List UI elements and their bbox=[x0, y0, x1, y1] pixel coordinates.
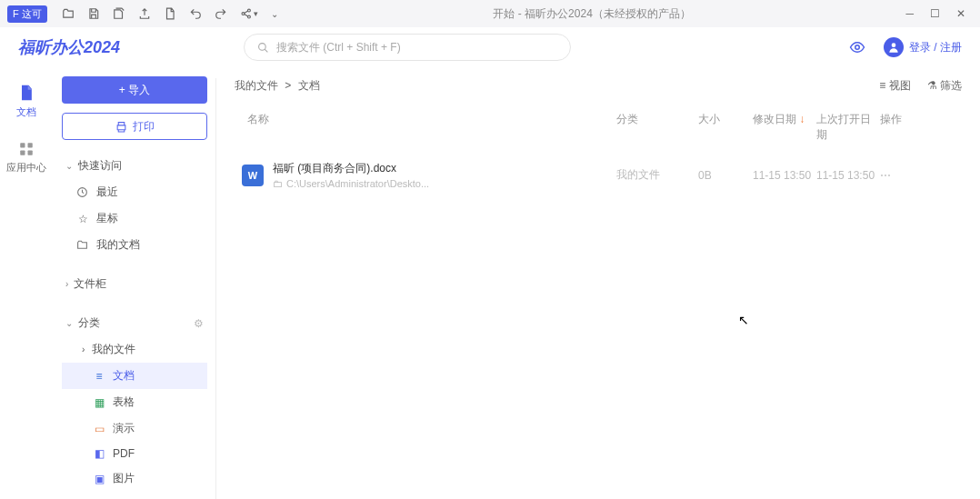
sidebar-mydocs-label: 我的文档 bbox=[96, 237, 140, 253]
avatar-icon[interactable] bbox=[884, 37, 904, 57]
left-nav: 文档 应用中心 bbox=[0, 67, 53, 499]
filter-button[interactable]: ⚗ 筛选 bbox=[927, 78, 962, 94]
chevron-down-icon: ⌄ bbox=[65, 318, 73, 328]
section-quick-label: 快速访问 bbox=[78, 158, 122, 174]
nav-documents-label: 文档 bbox=[16, 105, 36, 119]
sidebar-recent[interactable]: 最近 bbox=[62, 179, 207, 205]
content-area: 我的文件 > 文档 ≡ 视图 ⚗ 筛选 名称 分类 大小 修改日期 ↓ 上次打开… bbox=[216, 67, 980, 499]
sidebar-docx[interactable]: ≡ 文档 bbox=[62, 363, 207, 389]
sidebar-table[interactable]: ▦ 表格 bbox=[62, 389, 207, 415]
section-folder[interactable]: › 文件柜 bbox=[62, 271, 207, 297]
file-row[interactable]: W 福昕 (项目商务合同).docx 🗀 C:\Users\Administra… bbox=[235, 152, 962, 198]
print-label: 打印 bbox=[133, 119, 155, 135]
sidebar-image[interactable]: ▣ 图片 bbox=[62, 465, 207, 492]
nav-apps[interactable]: 应用中心 bbox=[6, 141, 46, 175]
file-opened: 11-15 13:50 bbox=[816, 169, 880, 182]
redo-icon[interactable] bbox=[215, 7, 227, 20]
file-more-button[interactable]: ⋯ bbox=[880, 169, 916, 182]
file-type: 我的文件 bbox=[616, 167, 698, 183]
file-name: 福昕 (项目商务合同).docx bbox=[273, 161, 429, 176]
search-input[interactable]: 搜索文件 (Ctrl + Shift + F) bbox=[244, 34, 571, 61]
sidebar-myfiles-label: 我的文件 bbox=[92, 342, 135, 357]
breadcrumb-root[interactable]: 我的文件 bbox=[235, 79, 278, 92]
svg-point-4 bbox=[855, 45, 860, 50]
section-folder-label: 文件柜 bbox=[74, 276, 106, 292]
close-button[interactable]: ✕ bbox=[956, 7, 965, 20]
breadcrumb-leaf: 文档 bbox=[298, 79, 320, 92]
svg-point-3 bbox=[259, 43, 266, 50]
file-path: 🗀 C:\Users\Administrator\Deskto... bbox=[273, 178, 429, 189]
sidebar-star[interactable]: ☆ 星标 bbox=[62, 205, 207, 232]
view-toggle[interactable]: ≡ 视图 bbox=[879, 78, 910, 94]
excel-icon: ▦ bbox=[93, 396, 105, 409]
col-modified[interactable]: 修改日期 ↓ bbox=[753, 112, 816, 143]
gear-icon[interactable]: ⚙ bbox=[194, 317, 204, 330]
ppt-icon: ▭ bbox=[93, 423, 105, 435]
sidebar-docx-label: 文档 bbox=[113, 368, 135, 384]
sidebar-star-label: 星标 bbox=[96, 211, 118, 226]
preview-icon[interactable] bbox=[849, 39, 865, 55]
section-quick[interactable]: ⌄ 快速访问 bbox=[62, 153, 207, 179]
apps-icon bbox=[18, 141, 35, 157]
mouse-cursor: ↖ bbox=[738, 313, 749, 327]
chevron-right-icon: › bbox=[65, 279, 68, 289]
sidebar-ppt-label: 演示 bbox=[113, 421, 135, 436]
pdf-icon: ◧ bbox=[93, 447, 105, 460]
print-button[interactable]: 打印 bbox=[62, 113, 207, 140]
col-type[interactable]: 分类 bbox=[616, 112, 698, 143]
content-header: 我的文件 > 文档 ≡ 视图 ⚗ 筛选 bbox=[235, 78, 962, 94]
svg-rect-6 bbox=[20, 143, 25, 147]
chevron-right-icon: › bbox=[82, 344, 85, 354]
export-icon[interactable] bbox=[138, 7, 151, 20]
section-category[interactable]: ⌄ 分类 ⚙ bbox=[62, 310, 207, 336]
topbar: 福昕办公2024 搜索文件 (Ctrl + Shift + F) 登录 / 注册 bbox=[0, 27, 980, 67]
sidebar-pdf-label: PDF bbox=[113, 447, 135, 460]
app-logo: 福昕办公2024 bbox=[18, 36, 236, 58]
search-icon bbox=[257, 42, 269, 54]
titlebar-toolbar: ▾ ⌄ bbox=[62, 7, 278, 20]
word-file-icon: W bbox=[242, 165, 264, 186]
app-badge[interactable]: F 这可 bbox=[7, 5, 47, 23]
svg-rect-9 bbox=[28, 151, 33, 155]
sidebar-pdf[interactable]: ◧ PDF bbox=[62, 442, 207, 465]
window-controls: ─ ☐ ✕ bbox=[905, 7, 965, 20]
share-icon[interactable]: ▾ bbox=[240, 7, 258, 20]
col-size[interactable]: 大小 bbox=[698, 112, 753, 143]
undo-icon[interactable] bbox=[189, 7, 202, 20]
dropdown-icon[interactable]: ⌄ bbox=[271, 9, 278, 19]
svg-point-5 bbox=[892, 43, 896, 47]
section-category-label: 分类 bbox=[78, 315, 100, 331]
maximize-button[interactable]: ☐ bbox=[930, 7, 940, 20]
save-all-icon[interactable] bbox=[113, 7, 125, 20]
login-link[interactable]: 登录 / 注册 bbox=[909, 40, 962, 55]
sidebar-ppt[interactable]: ▭ 演示 bbox=[62, 415, 207, 442]
sidebar-image-label: 图片 bbox=[113, 471, 135, 486]
col-opened[interactable]: 上次打开日期 bbox=[816, 112, 880, 143]
star-icon: ☆ bbox=[76, 213, 89, 225]
window-title: 开始 - 福昕办公2024（未经授权的产品） bbox=[278, 6, 906, 22]
document-icon bbox=[17, 84, 35, 102]
minimize-button[interactable]: ─ bbox=[905, 7, 914, 20]
chevron-down-icon: ⌄ bbox=[65, 161, 73, 171]
image-icon: ▣ bbox=[93, 473, 105, 485]
breadcrumb-sep: > bbox=[285, 79, 291, 92]
titlebar: F 这可 ▾ ⌄ 开始 - 福昕办公2024（未经授权的产品） ─ ☐ ✕ bbox=[0, 0, 980, 27]
import-button[interactable]: + 导入 bbox=[62, 76, 207, 104]
svg-rect-8 bbox=[20, 151, 25, 155]
folder-small-icon: 🗀 bbox=[273, 178, 283, 189]
save-icon[interactable] bbox=[87, 7, 100, 20]
svg-rect-7 bbox=[28, 143, 33, 147]
sort-arrow-icon: ↓ bbox=[799, 113, 805, 125]
breadcrumb[interactable]: 我的文件 > 文档 bbox=[235, 78, 320, 94]
column-headers: 名称 分类 大小 修改日期 ↓ 上次打开日期 操作 bbox=[235, 106, 962, 152]
open-icon[interactable] bbox=[62, 7, 75, 20]
sidebar-myfiles[interactable]: › 我的文件 bbox=[62, 336, 207, 363]
sidebar-mydocs[interactable]: 我的文档 bbox=[62, 232, 207, 258]
file-size: 0B bbox=[698, 169, 753, 182]
search-placeholder: 搜索文件 (Ctrl + Shift + F) bbox=[276, 40, 401, 55]
col-name[interactable]: 名称 bbox=[235, 112, 616, 143]
sidebar: + 导入 打印 ⌄ 快速访问 最近 ☆ 星标 我的文档 › 文件柜 ⌄ bbox=[53, 67, 216, 499]
nav-documents[interactable]: 文档 bbox=[16, 84, 36, 119]
new-file-icon[interactable] bbox=[164, 7, 176, 20]
sidebar-table-label: 表格 bbox=[113, 394, 135, 410]
